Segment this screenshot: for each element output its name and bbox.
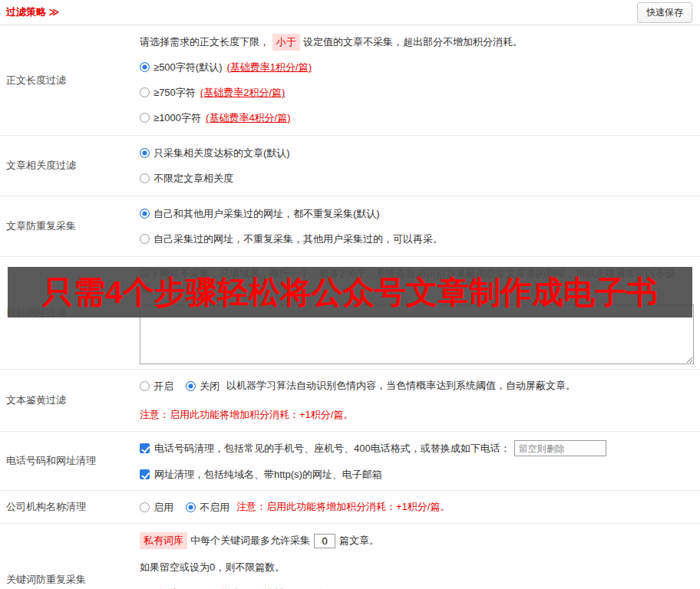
keyword-dedup-label: 关键词防重复采集	[0, 524, 135, 589]
option-label: ≥500字符(默认)	[154, 60, 222, 74]
company-clean-on[interactable]: 启用	[140, 500, 173, 515]
radio-icon[interactable]	[140, 87, 150, 97]
section-keyword-dedup: 关键词防重复采集 私有词库 中每个关键词最多允许采集 篇文章。 如果留空或设为0…	[0, 524, 700, 589]
option-label: 开启	[154, 379, 173, 393]
length-option-750[interactable]: ≥750字符 (基础费率2积分/篇)	[140, 85, 694, 100]
section-company-clean: 公司机构名称清理 启用 不启用 注意：启用此功能将增加积分消耗：+1积分/篇。	[0, 491, 700, 524]
length-option-1000[interactable]: ≥1000字符 (基础费率4积分/篇)	[140, 110, 694, 125]
porn-filter-content: 开启 关闭 以机器学习算法自动识别色情内容，当色情概率达到系统阈值，自动屏蔽文章…	[135, 370, 700, 431]
option-label: 自己采集过的网址，不重复采集，其他用户采集过的，可以再采。	[154, 232, 443, 246]
phone-clean-line: 电话号码清理，包括常见的手机号、座机号、400电话格式，或替换成如下电话：	[140, 440, 694, 456]
radio-icon[interactable]	[140, 502, 150, 512]
porn-filter-label: 文本鉴黄过滤	[0, 370, 135, 431]
article-dedup-content: 自己和其他用户采集过的网址，都不重复采集(默认) 自己采集过的网址，不重复采集，…	[135, 196, 700, 256]
length-filter-intro: 请选择需求的正文长度下限， 小于 设定值的文章不采集，超出部分不增加积分消耗。	[140, 34, 694, 51]
length-filter-label: 正文长度过滤	[0, 25, 135, 135]
option-label: ≥1000字符	[154, 110, 201, 125]
keyword-limit-input[interactable]	[314, 534, 335, 548]
filter-strategy-page: 过滤策略 ≫ 快速保存 正文长度过滤 请选择需求的正文长度下限， 小于 设定值的…	[0, 0, 700, 589]
radio-icon[interactable]	[186, 381, 196, 391]
option-label: 网址清理，包括纯域名、带http(s)的网址、电子邮箱	[154, 467, 382, 482]
option-label: 启用	[154, 500, 173, 515]
section-phone-url-clean: 电话号码和网址清理 电话号码清理，包括常见的手机号、座机号、400电话格式，或替…	[0, 432, 700, 491]
phone-clean-option[interactable]: 电话号码清理，包括常见的手机号、座机号、400电话格式，或替换成如下电话：	[140, 441, 510, 456]
radio-icon[interactable]	[140, 381, 150, 391]
phone-url-clean-content: 电话号码清理，包括常见的手机号、座机号、400电话格式，或替换成如下电话： 网址…	[135, 432, 700, 490]
option-label: ≥750字符	[154, 85, 196, 100]
keyword-note-cost: 如果设为1-4篇，则增加积分消耗：+2积分/篇。	[140, 586, 694, 589]
intro-prefix: 请选择需求的正文长度下限，	[140, 35, 269, 50]
option-fee-note: (基础费率4积分/篇)	[206, 110, 291, 125]
relevance-filter-label: 文章相关度过滤	[0, 136, 135, 196]
keyword-limit-suffix: 篇文章。	[339, 533, 379, 548]
option-label: 不限定文章相关度	[154, 171, 233, 186]
porn-option-on[interactable]: 开启	[140, 379, 173, 393]
keyword-limit-text: 中每个关键词最多允许采集	[190, 533, 310, 548]
promo-overlay-banner: 只需4个步骤轻松将公众号文章制作成电子书	[8, 267, 692, 318]
radio-icon[interactable]	[140, 62, 150, 72]
phone-url-clean-label: 电话号码和网址清理	[0, 432, 135, 490]
section-length-filter: 正文长度过滤 请选择需求的正文长度下限， 小于 设定值的文章不采集，超出部分不增…	[0, 25, 700, 136]
radio-icon[interactable]	[140, 209, 150, 219]
relevance-option-any[interactable]: 不限定文章相关度	[140, 171, 694, 186]
option-label: 自己和其他用户采集过的网址，都不重复采集(默认)	[154, 206, 380, 221]
length-option-500[interactable]: ≥500字符(默认) (基础费率1积分/篇)	[140, 60, 694, 74]
porn-filter-options: 开启 关闭 以机器学习算法自动识别色情内容，当色情概率达到系统阈值，自动屏蔽文章…	[140, 378, 694, 393]
dedup-option-self-only[interactable]: 自己采集过的网址，不重复采集，其他用户采集过的，可以再采。	[140, 232, 694, 246]
checkbox-icon[interactable]	[140, 443, 150, 453]
article-dedup-label: 文章防重复采集	[0, 196, 135, 256]
company-clean-label: 公司机构名称清理	[0, 491, 135, 523]
url-clean-option[interactable]: 网址清理，包括纯域名、带http(s)的网址、电子邮箱	[140, 467, 382, 482]
relevance-option-strict[interactable]: 只采集相关度达标的文章(默认)	[140, 146, 694, 160]
promo-overlay-text: 只需4个步骤轻松将公众号文章制作成电子书	[42, 277, 658, 308]
option-label: 关闭	[200, 379, 220, 393]
radio-icon[interactable]	[140, 234, 150, 244]
keyword-dedup-content: 私有词库 中每个关键词最多允许采集 篇文章。 如果留空或设为0，则不限篇数。 如…	[135, 524, 700, 589]
url-clean-line: 网址清理，包括纯域名、带http(s)的网址、电子邮箱	[140, 467, 694, 482]
topbar: 过滤策略 ≫ 快速保存	[0, 0, 700, 25]
option-label: 电话号码清理，包括常见的手机号、座机号、400电话格式，或替换成如下电话：	[154, 441, 510, 456]
company-clean-off[interactable]: 不启用	[186, 500, 229, 515]
section-relevance-filter: 文章相关度过滤 只采集相关度达标的文章(默认) 不限定文章相关度	[0, 136, 700, 196]
checkbox-icon[interactable]	[140, 469, 150, 479]
page-title[interactable]: 过滤策略 ≫	[6, 5, 59, 19]
porn-filter-desc: 以机器学习算法自动识别色情内容，当色情概率达到系统阈值，自动屏蔽文章。	[226, 378, 576, 393]
option-label: 只采集相关度达标的文章(默认)	[154, 146, 290, 160]
section-porn-filter: 文本鉴黄过滤 开启 关闭 以机器学习算法自动识别色情内容，当色情概率达到系统阈值…	[0, 370, 700, 432]
company-clean-warning: 注意：启用此功能将增加积分消耗：+1积分/篇。	[236, 499, 450, 515]
keyword-note-empty: 如果留空或设为0，则不限篇数。	[140, 560, 694, 575]
company-clean-content: 启用 不启用 注意：启用此功能将增加积分消耗：+1积分/篇。	[135, 491, 700, 523]
radio-icon[interactable]	[140, 148, 150, 158]
private-lexicon-highlight: 私有词库	[140, 532, 187, 549]
replacement-phone-input[interactable]	[514, 440, 606, 456]
radio-icon[interactable]	[186, 502, 196, 512]
porn-filter-warning: 注意：启用此功能将增加积分消耗：+1积分/篇。	[140, 407, 694, 423]
keyword-limit-line: 私有词库 中每个关键词最多允许采集 篇文章。	[140, 532, 694, 549]
length-filter-content: 请选择需求的正文长度下限， 小于 设定值的文章不采集，超出部分不增加积分消耗。 …	[135, 25, 700, 135]
option-fee-note: (基础费率1积分/篇)	[226, 60, 312, 74]
company-clean-options: 启用 不启用 注意：启用此功能将增加积分消耗：+1积分/篇。	[140, 499, 694, 515]
porn-option-off[interactable]: 关闭	[186, 379, 220, 393]
section-article-dedup: 文章防重复采集 自己和其他用户采集过的网址，都不重复采集(默认) 自己采集过的网…	[0, 196, 700, 257]
relevance-filter-content: 只采集相关度达标的文章(默认) 不限定文章相关度	[135, 136, 700, 196]
radio-icon[interactable]	[140, 113, 150, 123]
radio-icon[interactable]	[140, 173, 150, 183]
dedup-option-global[interactable]: 自己和其他用户采集过的网址，都不重复采集(默认)	[140, 206, 694, 221]
option-label: 不启用	[200, 500, 229, 515]
quick-save-button[interactable]: 快速保存	[637, 2, 692, 23]
intro-suffix: 设定值的文章不采集，超出部分不增加积分消耗。	[303, 35, 523, 50]
option-fee-note: (基础费率2积分/篇)	[200, 85, 286, 100]
intro-highlight: 小于	[272, 34, 300, 51]
